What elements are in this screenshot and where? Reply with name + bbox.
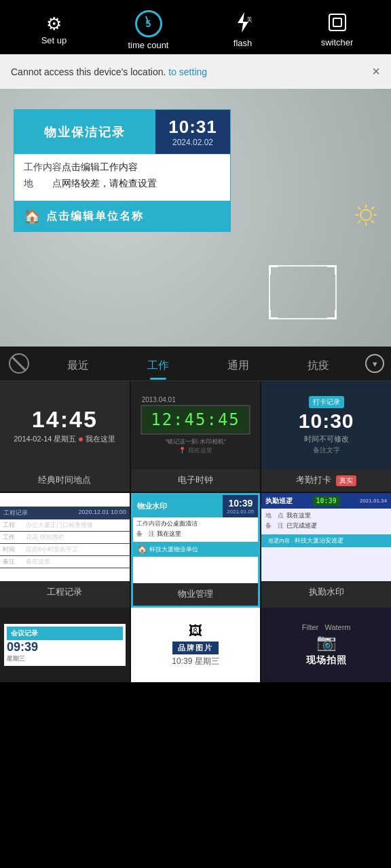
template-grid: 14:45 2014-02-14 星期五 我在这里 经典时间地点 2013.04… (0, 381, 391, 608)
property-preview: 物业水印 10:39 2021.01.05 工作内容办公桌面清洁 备 注我在这里… (133, 495, 259, 583)
meeting-time: 09:39 (7, 640, 123, 654)
template-classic-time[interactable]: 14:45 2014-02-14 星期五 我在这里 经典时间地点 (0, 381, 130, 492)
tab-work[interactable]: 工作 (118, 355, 198, 380)
alert-setting-link[interactable]: to setting (168, 66, 207, 77)
scan-corner-br (327, 310, 337, 319)
wm-label-1: 工作内容 (24, 161, 62, 174)
scan-corner-tr (327, 265, 337, 275)
patrol-preview: 执勤巡逻 10:39 2021.01.34 地 点我在这里 备 注已完成巡逻 巡… (261, 493, 391, 581)
svg-line-11 (371, 207, 374, 210)
wm-title: 物业保洁记录 (14, 110, 155, 154)
filter-watermark-label: Filter Waterm (302, 623, 351, 631)
engineering-header: 工程记录 2020.12.01 10:00 (0, 507, 130, 519)
template-property[interactable]: 物业水印 10:39 2021.01.05 工作内容办公桌面清洁 备 注我在这里… (131, 493, 261, 608)
wm-label-2: 地 点 (24, 178, 62, 190)
brand-time: 10:39 星期三 (172, 656, 219, 667)
template-engineering[interactable]: 工程记录 2020.12.01 10:00 工程办公大厦正门口检查维修 工作花花… (0, 493, 130, 608)
meeting-preview: 会议记录 09:39 星期三 (4, 624, 126, 666)
tab-antivirus[interactable]: 抗疫 (278, 355, 358, 380)
brightness-icon[interactable] (353, 202, 379, 233)
field-photo-text: 现场拍照 (306, 654, 347, 667)
wm-header: 物业保洁记录 10:31 2024.02.02 (14, 110, 230, 154)
scan-corner-tl (269, 265, 278, 275)
camera-icon: 📷 (316, 633, 337, 652)
property-label: 物业管理 (178, 583, 213, 606)
svg-text:关: 关 (246, 16, 252, 23)
nav-timecount[interactable]: time count (128, 10, 169, 50)
tab-general[interactable]: 通用 (198, 355, 278, 380)
top-nav: ⚙ Set up time count 关 flash switcher (0, 0, 391, 54)
digital-location: 📍 我在这里 (135, 446, 257, 455)
scan-corner-bl (269, 310, 278, 319)
nav-setup[interactable]: ⚙ Set up (34, 15, 75, 45)
scan-box (269, 265, 337, 319)
no-symbol-icon (9, 353, 29, 374)
attendance-note2: 备注文字 (313, 446, 340, 455)
wm-row-2: 地 点 网络较差，请检查设置 (24, 178, 221, 190)
svg-rect-2 (329, 14, 346, 31)
nav-flash-label: flash (234, 38, 252, 48)
classic-time-display: 14:45 (14, 406, 115, 433)
field-photo-preview: Filter Waterm 📷 现场拍照 (261, 608, 391, 682)
svg-point-4 (360, 210, 371, 220)
digital-subtitle: "铭记这一刻·水印相机" (135, 437, 257, 446)
wm-value-1: 点击编辑工作内容 (62, 161, 221, 174)
no-template-button[interactable] (0, 353, 38, 380)
clock-circle-icon (135, 10, 162, 37)
flash-icon: 关 (234, 12, 252, 35)
wm-value-2: 网络较差，请检查设置 (62, 178, 221, 190)
patrol-header: 执勤巡逻 10:39 2021.01.34 (261, 493, 391, 509)
patrol-label: 执勤水印 (309, 581, 344, 604)
alert-close-button[interactable]: × (372, 64, 380, 79)
svg-rect-3 (333, 18, 341, 26)
attendance-badge: 打卡记录 (309, 396, 344, 408)
wm-datetime: 10:31 2024.02.02 (155, 110, 230, 154)
digital-clock-label: 电子时钟 (178, 469, 213, 492)
wm-body: 工作内容 点击编辑工作内容 地 点 网络较差，请检查设置 (14, 154, 230, 201)
template-attendance[interactable]: 打卡记录 10:30 时间不可修改 备注文字 考勤打卡 真实 (261, 381, 391, 492)
attendance-label: 考勤打卡 真实 (296, 469, 356, 492)
template-brand[interactable]: 🖼 品牌图片 10:39 星期三 (131, 608, 261, 682)
meeting-day: 星期三 (7, 654, 123, 663)
template-digital-clock[interactable]: 2013.04.01 12:45:45 "铭记这一刻·水印相机" 📍 我在这里 … (131, 381, 261, 492)
expand-categories-button[interactable]: ▾ (358, 354, 391, 380)
classic-date-display: 2014-02-14 星期五 我在这里 (14, 434, 115, 444)
watermark-preview-card[interactable]: 物业保洁记录 10:31 2024.02.02 工作内容 点击编辑工作内容 地 … (14, 109, 231, 232)
alert-banner: Cannot access this device's location. to… (0, 54, 391, 89)
brand-image-icon: 🖼 (189, 623, 202, 639)
wm-time: 10:31 (168, 117, 217, 138)
digital-date: 2013.04.01 (135, 396, 257, 403)
tab-recent[interactable]: 最近 (38, 355, 118, 380)
digital-clock-preview: 2013.04.01 12:45:45 "铭记这一刻·水印相机" 📍 我在这里 (131, 381, 261, 469)
template-patrol[interactable]: 执勤巡逻 10:39 2021.01.34 地 点我在这里 备 注已完成巡逻 巡… (261, 493, 391, 608)
brand-inner: 🖼 品牌图片 10:39 星期三 (131, 608, 261, 682)
template-section: 最近 工作 通用 抗疫 ▾ 14:45 2014-02-14 星期五 我在这里 … (0, 347, 391, 682)
alert-message: Cannot access this device's location. to… (11, 66, 207, 77)
wm-date: 2024.02.02 (172, 138, 213, 147)
template-meeting[interactable]: 会议记录 09:39 星期三 (0, 608, 130, 682)
svg-line-12 (358, 220, 360, 223)
brand-text: 品牌图片 (172, 642, 219, 654)
digital-display: 12:45:45 (141, 405, 251, 435)
wm-footer[interactable]: 🏠 点击编辑单位名称 (14, 201, 230, 231)
meeting-header: 会议记录 (7, 627, 123, 640)
classic-time-label: 经典时间地点 (38, 469, 91, 492)
gear-icon: ⚙ (46, 15, 62, 33)
svg-line-9 (358, 207, 360, 210)
attendance-time: 10:30 (299, 410, 354, 433)
template-bottom-row: 会议记录 09:39 星期三 🖼 品牌图片 10:39 星期三 Filter (0, 608, 391, 682)
attendance-preview: 打卡记录 10:30 时间不可修改 备注文字 (261, 381, 391, 469)
nav-switcher-label: switcher (321, 37, 354, 47)
nav-flash[interactable]: 关 flash (223, 12, 263, 48)
switcher-icon (328, 13, 347, 35)
camera-area: 物业保洁记录 10:31 2024.02.02 工作内容 点击编辑工作内容 地 … (0, 89, 391, 347)
svg-line-10 (371, 220, 374, 223)
classic-time-preview: 14:45 2014-02-14 星期五 我在这里 (0, 381, 130, 469)
wm-row-1: 工作内容 点击编辑工作内容 (24, 161, 221, 174)
attendance-note1: 时间不可修改 (304, 434, 349, 444)
template-field-photo[interactable]: Filter Waterm 📷 现场拍照 (261, 608, 391, 682)
chevron-down-icon: ▾ (365, 354, 384, 373)
wm-footer-text: 点击编辑单位名称 (46, 210, 144, 224)
nav-switcher[interactable]: switcher (317, 13, 358, 47)
engineering-label: 工程记录 (47, 581, 82, 604)
